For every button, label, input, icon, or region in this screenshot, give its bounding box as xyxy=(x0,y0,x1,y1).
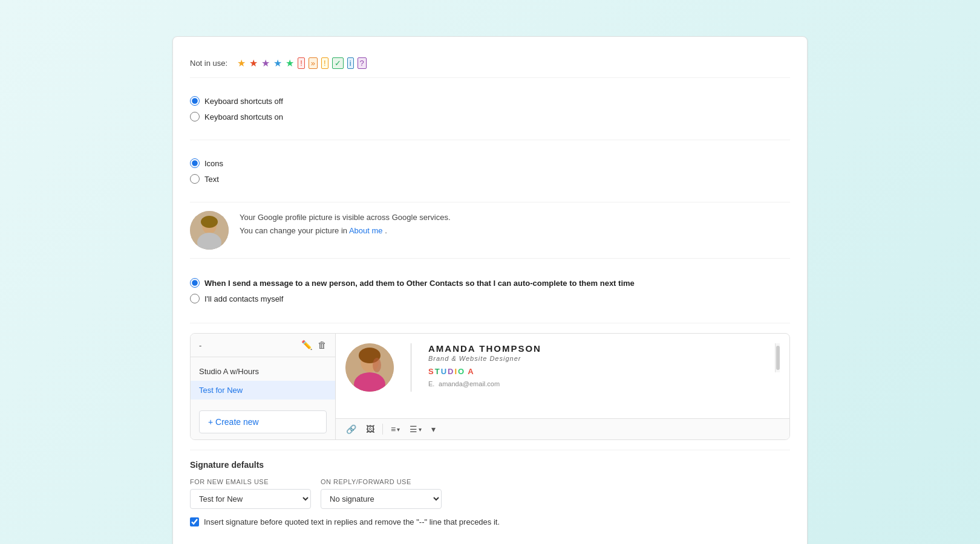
not-in-use-label: Not in use: xyxy=(190,59,227,68)
on-reply-group: ON REPLY/FORWARD USE No signature Test f… xyxy=(321,478,442,509)
signature-section: - ✏️ 🗑 Studio A w/Hours Test for New + C… xyxy=(190,323,790,450)
edit-signature-icon[interactable]: ✏️ xyxy=(301,340,313,351)
question-icon: ? xyxy=(358,57,367,69)
check-icon: ✓ xyxy=(332,57,344,69)
signature-item-test[interactable]: Test for New xyxy=(191,381,335,400)
signature-list-actions: ✏️ 🗑 xyxy=(301,340,327,351)
for-new-emails-group: FOR NEW EMAILS USE Test for New Studio A… xyxy=(190,478,311,509)
signature-list: - ✏️ 🗑 Studio A w/Hours Test for New + C… xyxy=(191,334,336,439)
signature-list-items: Studio A w/Hours Test for New xyxy=(191,357,335,404)
manual-add-contacts-option[interactable]: I'll add contacts myself xyxy=(190,294,790,303)
sig-divider xyxy=(411,343,411,392)
text-radio[interactable] xyxy=(190,174,200,184)
sig-studio-logo: S T U D I O A xyxy=(428,367,763,376)
toolbar-list-btn[interactable]: ☰▾ xyxy=(407,423,425,436)
toolbar-image-btn[interactable]: 🖼 xyxy=(363,423,377,436)
star-icon-1: ★ xyxy=(237,57,246,69)
star-icon-3: ★ xyxy=(261,57,270,69)
icons-radio[interactable] xyxy=(190,158,200,168)
icons-option[interactable]: Icons xyxy=(190,158,790,168)
star-icon-2: ★ xyxy=(249,57,258,69)
signature-selected-name: - xyxy=(199,341,201,350)
signature-defaults-section: Signature defaults FOR NEW EMAILS USE Te… xyxy=(190,450,790,536)
star-icon-4: ★ xyxy=(273,57,282,69)
svg-point-2 xyxy=(201,216,218,228)
signature-defaults-title: Signature defaults xyxy=(190,460,790,470)
toolbar-sep-1 xyxy=(382,424,383,435)
studio-u: U xyxy=(441,367,446,376)
avatar-svg xyxy=(190,211,229,250)
create-new-button[interactable]: + Create new xyxy=(199,410,327,433)
sig-info: AMANDA THOMPSON Brand & Website Designer… xyxy=(428,343,763,388)
sig-title: Brand & Website Designer xyxy=(428,355,763,362)
signature-list-header: - ✏️ 🗑 xyxy=(191,334,335,357)
on-reply-label: ON REPLY/FORWARD USE xyxy=(321,478,442,485)
signature-card: AMANDA THOMPSON Brand & Website Designer… xyxy=(345,343,780,392)
studio-s: S xyxy=(428,367,434,376)
toolbar-align-btn[interactable]: ≡▾ xyxy=(388,423,403,436)
studio-a: A xyxy=(468,367,473,376)
signature-defaults-grid: FOR NEW EMAILS USE Test for New Studio A… xyxy=(190,478,790,509)
exclaim-red-icon: ! xyxy=(298,57,305,69)
toolbar-link-btn[interactable]: 🔗 xyxy=(343,423,359,436)
signature-photo xyxy=(345,343,394,392)
auto-add-contacts-radio[interactable] xyxy=(190,278,200,288)
sig-scrollbar-thumb xyxy=(776,346,780,370)
for-new-emails-select[interactable]: Test for New Studio A w/Hours No signatu… xyxy=(190,489,311,509)
contacts-section: When I send a message to a new person, a… xyxy=(190,259,790,323)
editor-toolbar: 🔗 🖼 ≡▾ ☰▾ ▾ xyxy=(336,418,789,439)
sig-name: AMANDA THOMPSON xyxy=(428,343,763,354)
profile-text: Your Google profile picture is visible a… xyxy=(240,211,451,238)
signature-item-studio[interactable]: Studio A w/Hours xyxy=(191,362,335,381)
keyboard-off-option[interactable]: Keyboard shortcuts off xyxy=(190,96,790,106)
signature-container: - ✏️ 🗑 Studio A w/Hours Test for New + C… xyxy=(190,333,790,440)
profile-picture-section: Your Google profile picture is visible a… xyxy=(190,202,790,259)
delete-signature-icon[interactable]: 🗑 xyxy=(318,340,327,351)
not-in-use-section: Not in use: ★ ★ ★ ★ ★ ! » ! ✓ i ? xyxy=(190,49,790,78)
studio-o: O xyxy=(458,367,464,376)
studio-t: T xyxy=(435,367,440,376)
keyboard-on-option[interactable]: Keyboard shortcuts on xyxy=(190,112,790,121)
text-option[interactable]: Text xyxy=(190,174,790,184)
signature-editor-area: AMANDA THOMPSON Brand & Website Designer… xyxy=(336,334,789,439)
bookmark-icons: ★ ★ ★ ★ ★ ! » ! ✓ i ? xyxy=(237,57,367,69)
keyboard-on-radio[interactable] xyxy=(190,112,200,121)
sig-scrollbar[interactable] xyxy=(775,343,780,372)
svg-point-7 xyxy=(373,358,381,372)
exclaim-yellow-icon: ! xyxy=(321,57,328,69)
auto-add-contacts-option[interactable]: When I send a message to a new person, a… xyxy=(190,278,790,288)
studio-d: D xyxy=(448,367,453,376)
keyboard-off-radio[interactable] xyxy=(190,96,200,106)
sig-photo-svg xyxy=(345,343,394,392)
sig-email: E. amanda@email.com xyxy=(428,380,763,388)
settings-panel: Not in use: ★ ★ ★ ★ ★ ! » ! ✓ i ? Keyboa… xyxy=(172,36,808,544)
double-arrow-icon: » xyxy=(309,57,318,69)
star-icon-5: ★ xyxy=(286,57,294,69)
about-me-link[interactable]: About me xyxy=(349,226,383,235)
toolbar-more-btn[interactable]: ▾ xyxy=(428,423,439,436)
keyboard-shortcuts-section: Keyboard shortcuts off Keyboard shortcut… xyxy=(190,78,790,140)
for-new-emails-label: FOR NEW EMAILS USE xyxy=(190,478,311,485)
on-reply-select[interactable]: No signature Test for New Studio A w/Hou… xyxy=(321,489,442,509)
profile-avatar xyxy=(190,211,229,250)
signature-content: AMANDA THOMPSON Brand & Website Designer… xyxy=(336,334,789,418)
info-icon: i xyxy=(347,57,354,69)
insert-signature-checkbox[interactable] xyxy=(190,517,199,526)
insert-signature-checkbox-row: Insert signature before quoted text in r… xyxy=(190,517,790,526)
insert-signature-label: Insert signature before quoted text in r… xyxy=(204,517,500,526)
studio-i: I xyxy=(454,367,457,376)
display-section: Icons Text xyxy=(190,140,790,202)
manual-add-contacts-radio[interactable] xyxy=(190,294,200,303)
